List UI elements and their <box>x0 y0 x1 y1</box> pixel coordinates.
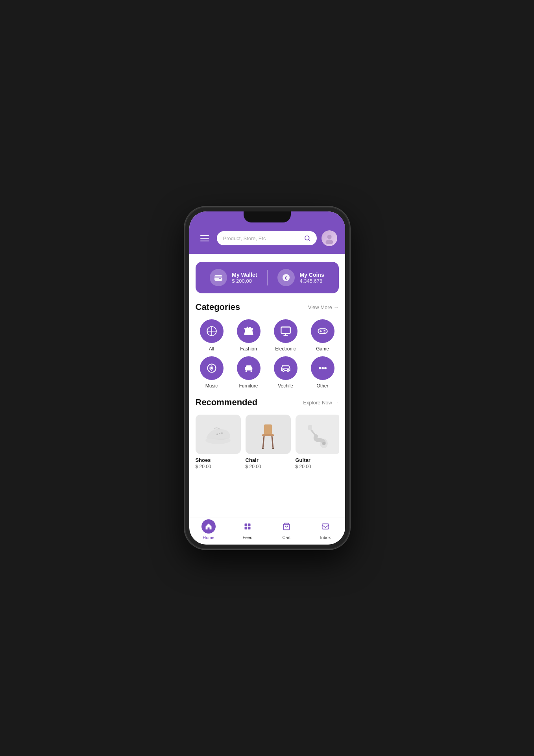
wallet-label: My Wallet <box>232 272 257 278</box>
category-furniture[interactable]: Furniture <box>233 356 265 389</box>
svg-rect-5 <box>214 276 222 278</box>
svg-rect-4 <box>214 275 222 281</box>
wallet-divider <box>267 270 268 285</box>
svg-text:€: € <box>285 276 287 280</box>
home-icon <box>201 519 216 534</box>
menu-button[interactable] <box>197 231 212 246</box>
svg-rect-31 <box>264 424 272 434</box>
svg-rect-40 <box>308 425 312 430</box>
svg-line-34 <box>272 436 273 448</box>
vehicle-icon <box>274 356 297 380</box>
nav-home[interactable]: Home <box>195 517 222 542</box>
shoes-image <box>196 415 241 454</box>
recommended-grid: Shoes $ 20.00 <box>196 415 339 472</box>
category-other[interactable]: Other <box>307 356 339 389</box>
svg-point-35 <box>262 448 264 449</box>
nav-cart[interactable]: Cart <box>273 517 300 542</box>
svg-rect-12 <box>281 327 290 334</box>
shoes-name: Shoes <box>196 457 241 463</box>
svg-point-3 <box>325 240 333 244</box>
category-music[interactable]: Music <box>196 356 228 389</box>
svg-point-24 <box>319 367 321 369</box>
coins-item: € My Coins 4.345.678 <box>277 269 324 286</box>
coins-icon: € <box>277 269 295 286</box>
search-bar[interactable]: Product, Store, Etc <box>217 231 317 245</box>
category-all[interactable]: All <box>196 319 228 352</box>
svg-point-26 <box>324 367 327 369</box>
view-more-button[interactable]: View More → <box>308 304 339 310</box>
cart-icon <box>279 519 294 534</box>
svg-rect-15 <box>318 329 327 334</box>
categories-section: Categories View More → <box>189 293 345 389</box>
other-label: Other <box>316 383 328 389</box>
avatar[interactable] <box>322 230 337 246</box>
game-icon <box>311 319 334 343</box>
avatar-image <box>322 230 337 246</box>
categories-grid: All Fashion <box>196 319 339 389</box>
menu-line-3 <box>200 241 209 241</box>
svg-point-25 <box>322 367 324 369</box>
home-label: Home <box>203 535 214 540</box>
chair-price: $ 20.00 <box>246 464 291 469</box>
nav-feed[interactable]: Feed <box>234 517 261 542</box>
feed-icon <box>240 519 255 534</box>
inbox-label: Inbox <box>320 535 331 540</box>
search-icon <box>304 235 310 241</box>
electronic-label: Electronic <box>275 346 296 352</box>
category-fashion[interactable]: Fashion <box>233 319 265 352</box>
recommended-title: Recommended <box>196 397 258 408</box>
svg-rect-46 <box>322 524 329 529</box>
recommended-header: Recommended Explore Now → <box>196 397 339 408</box>
phone-screen: Product, Store, Etc <box>189 211 345 545</box>
search-input[interactable]: Product, Store, Etc <box>223 235 301 241</box>
wallet-value: $ 200,00 <box>232 278 257 284</box>
svg-point-2 <box>327 235 331 239</box>
music-label: Music <box>205 383 218 389</box>
svg-point-36 <box>272 448 274 449</box>
wallet-text: My Wallet $ 200,00 <box>232 272 257 284</box>
categories-header: Categories View More → <box>196 302 339 312</box>
fashion-label: Fashion <box>240 346 257 352</box>
explore-now-button[interactable]: Explore Now → <box>303 400 338 406</box>
cart-label: Cart <box>283 535 291 540</box>
menu-line-2 <box>200 238 209 239</box>
nav-inbox[interactable]: Inbox <box>312 517 339 542</box>
game-label: Game <box>316 346 329 352</box>
electronic-icon <box>274 319 297 343</box>
svg-rect-21 <box>250 371 252 372</box>
wallet-card: My Wallet $ 200,00 € My <box>196 262 339 293</box>
categories-title: Categories <box>196 302 240 312</box>
wallet-icon <box>210 269 227 286</box>
product-guitar[interactable]: Guitar $ 20.00 <box>296 415 339 469</box>
coins-value: 4.345.678 <box>299 278 324 284</box>
svg-line-1 <box>309 239 310 241</box>
category-electronic[interactable]: Electronic <box>270 319 302 352</box>
guitar-image <box>296 415 339 454</box>
svg-rect-42 <box>248 523 251 526</box>
category-vehicle[interactable]: Vechile <box>270 356 302 389</box>
main-content: My Wallet $ 200,00 € My <box>189 254 345 545</box>
all-icon <box>200 319 224 343</box>
svg-rect-44 <box>248 526 251 529</box>
all-label: All <box>209 346 214 352</box>
coins-text: My Coins 4.345.678 <box>299 272 324 284</box>
inbox-icon <box>318 519 333 534</box>
svg-point-38 <box>322 442 325 445</box>
category-game[interactable]: Game <box>307 319 339 352</box>
wallet-section: My Wallet $ 200,00 € My <box>189 254 345 293</box>
product-shoes[interactable]: Shoes $ 20.00 <box>196 415 241 469</box>
coins-label: My Coins <box>299 272 324 278</box>
svg-line-33 <box>263 436 264 448</box>
svg-point-30 <box>221 432 223 434</box>
other-icon <box>311 356 334 380</box>
product-chair[interactable]: Chair $ 20.00 <box>246 415 291 469</box>
svg-point-17 <box>211 367 212 369</box>
svg-rect-19 <box>246 365 251 368</box>
phone-notch <box>244 211 291 222</box>
svg-rect-20 <box>245 371 247 372</box>
chair-image <box>246 415 291 454</box>
svg-rect-6 <box>219 278 221 279</box>
feed-label: Feed <box>242 535 252 540</box>
furniture-label: Furniture <box>239 383 258 389</box>
phone-frame: Product, Store, Etc <box>185 207 350 549</box>
